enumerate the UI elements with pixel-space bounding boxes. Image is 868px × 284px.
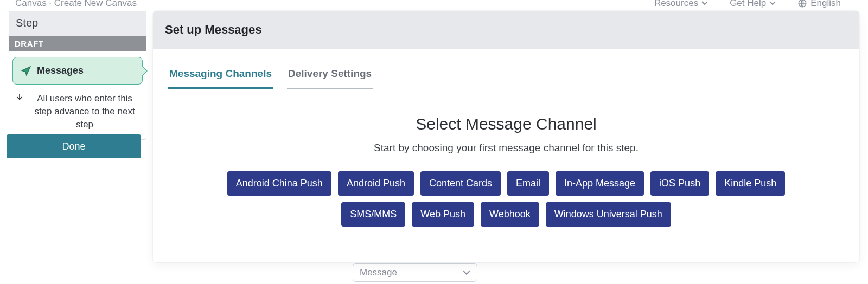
channel-android-china-push[interactable]: Android China Push bbox=[227, 171, 331, 196]
paper-plane-icon bbox=[21, 66, 31, 76]
tab-messaging-channels[interactable]: Messaging Channels bbox=[168, 63, 273, 89]
channel-content-cards[interactable]: Content Cards bbox=[420, 171, 501, 196]
sidebar-info: All users who enter this step advance to… bbox=[9, 90, 146, 139]
step-pill-label: Messages bbox=[37, 65, 84, 76]
channel-buttons: Android China PushAndroid PushContent Ca… bbox=[213, 171, 799, 227]
select-channel-heading: Select Message Channel bbox=[168, 115, 844, 133]
panel-tabs: Messaging ChannelsDelivery Settings bbox=[168, 63, 844, 89]
sidebar-info-text: All users who enter this step advance to… bbox=[29, 92, 141, 131]
channel-webhook[interactable]: Webhook bbox=[481, 202, 539, 227]
panel-title: Set up Messages bbox=[165, 23, 847, 37]
bg-dropdown-hint: Message bbox=[353, 263, 477, 282]
draft-badge: DRAFT bbox=[9, 36, 146, 51]
chevron-down-icon bbox=[463, 270, 470, 275]
channel-ios-push[interactable]: iOS Push bbox=[650, 171, 709, 196]
tab-delivery-settings[interactable]: Delivery Settings bbox=[287, 63, 373, 89]
channel-sms-mms[interactable]: SMS/MMS bbox=[341, 202, 405, 227]
svg-point-0 bbox=[799, 0, 806, 7]
done-button[interactable]: Done bbox=[7, 134, 141, 158]
bg-dropdown-label: Message bbox=[360, 267, 397, 278]
gethelp-hint: Get Help bbox=[730, 0, 776, 9]
breadcrumb-hint: Canvas · Create New Canvas bbox=[15, 0, 137, 9]
globe-icon bbox=[797, 0, 807, 8]
sidebar-header: Step bbox=[9, 11, 146, 36]
resources-hint: Resources bbox=[654, 0, 708, 9]
setup-panel: Set up Messages Messaging ChannelsDelive… bbox=[153, 11, 859, 262]
select-channel-subheading: Start by choosing your first message cha… bbox=[168, 142, 844, 154]
language-hint: English bbox=[797, 0, 841, 9]
channel-android-push[interactable]: Android Push bbox=[338, 171, 414, 196]
messages-step-pill[interactable]: Messages bbox=[12, 57, 143, 85]
channel-web-push[interactable]: Web Push bbox=[412, 202, 474, 227]
channel-windows-universal-push[interactable]: Windows Universal Push bbox=[546, 202, 671, 227]
step-sidebar: Step DRAFT Messages All users who enter … bbox=[9, 11, 146, 140]
chevron-down-icon bbox=[701, 1, 708, 5]
sidebar-step-item[interactable]: Messages bbox=[12, 57, 143, 85]
channel-kindle-push[interactable]: Kindle Push bbox=[716, 171, 785, 196]
done-button-label: Done bbox=[62, 141, 85, 152]
arrow-down-icon bbox=[15, 92, 24, 102]
channel-email[interactable]: Email bbox=[507, 171, 549, 196]
chevron-down-icon bbox=[769, 1, 776, 5]
channel-in-app-message[interactable]: In-App Message bbox=[556, 171, 644, 196]
panel-header: Set up Messages bbox=[153, 11, 859, 49]
